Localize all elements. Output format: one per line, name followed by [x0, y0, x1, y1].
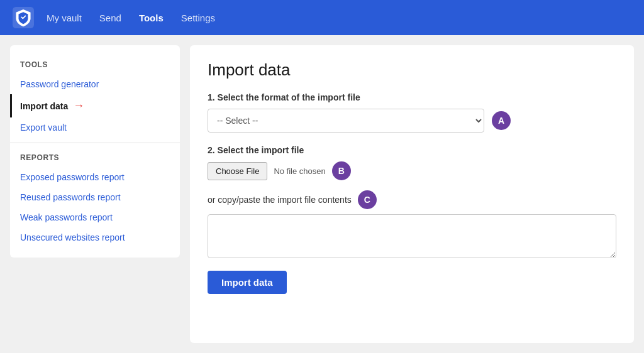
nav-tools[interactable]: Tools	[131, 9, 171, 27]
sidebar-item-exposed-passwords[interactable]: Exposed passwords report	[10, 167, 180, 187]
main-nav: My vault Send Tools Settings	[39, 9, 223, 27]
step2-label: 2. Select the import file	[208, 145, 616, 155]
sidebar: TOOLS Password generator Import data → E…	[10, 45, 180, 258]
sidebar-item-unsecured-websites[interactable]: Unsecured websites report	[10, 227, 180, 247]
bitwarden-logo	[13, 7, 34, 28]
no-file-text: No file chosen	[274, 166, 325, 176]
badge-c: C	[358, 190, 377, 209]
main-container: TOOLS Password generator Import data → E…	[0, 35, 644, 353]
step1-label: 1. Select the format of the import file	[208, 92, 616, 102]
paste-label: or copy/paste the import file contents C	[208, 190, 616, 209]
sidebar-item-export-vault[interactable]: Export vault	[10, 117, 180, 138]
paste-textarea[interactable]	[208, 214, 616, 258]
reports-section-title: REPORTS	[10, 148, 180, 167]
sidebar-item-password-generator[interactable]: Password generator	[10, 74, 180, 94]
content-area: Import data 1. Select the format of the …	[190, 45, 634, 343]
import-data-button[interactable]: Import data	[208, 271, 287, 294]
format-select-row: -- Select -- A	[208, 109, 616, 133]
nav-my-vault[interactable]: My vault	[39, 9, 89, 27]
page-title: Import data	[208, 60, 616, 80]
nav-send[interactable]: Send	[92, 9, 129, 27]
tools-section-title: TOOLS	[10, 55, 180, 74]
header: My vault Send Tools Settings	[0, 0, 644, 35]
badge-a: A	[492, 111, 511, 130]
nav-settings[interactable]: Settings	[174, 9, 223, 27]
sidebar-item-reused-passwords[interactable]: Reused passwords report	[10, 187, 180, 207]
choose-file-button[interactable]: Choose File	[208, 162, 267, 180]
arrow-right-icon: →	[73, 99, 84, 112]
file-row: Choose File No file chosen B	[208, 161, 616, 180]
sidebar-item-import-data[interactable]: Import data →	[10, 94, 180, 117]
format-select[interactable]: -- Select --	[208, 109, 484, 133]
sidebar-item-weak-passwords[interactable]: Weak passwords report	[10, 207, 180, 227]
badge-b: B	[332, 161, 351, 180]
sidebar-divider	[10, 143, 180, 143]
